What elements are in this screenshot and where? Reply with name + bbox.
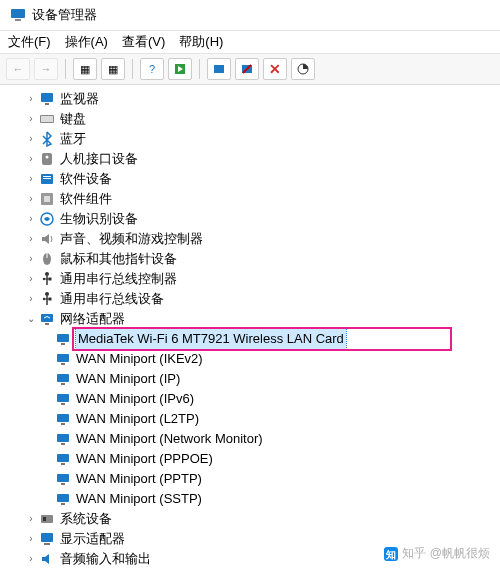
expand-toggle-icon[interactable]: › (24, 249, 38, 269)
disable-button[interactable] (235, 58, 259, 80)
svg-rect-1 (15, 19, 21, 21)
category-label: 系统设备 (60, 509, 112, 529)
svg-rect-40 (61, 403, 65, 405)
menu-help[interactable]: 帮助(H) (179, 33, 223, 51)
expand-toggle-icon[interactable]: › (24, 89, 38, 109)
uninstall-button[interactable]: ✕ (263, 58, 287, 80)
tree-device[interactable]: WAN Miniport (IP) (54, 369, 500, 389)
netadapter-icon (54, 491, 72, 507)
expand-toggle-icon[interactable]: › (24, 149, 38, 169)
tree-category[interactable]: ›生物识别设备 (6, 209, 500, 229)
expand-toggle-icon[interactable]: › (24, 129, 38, 149)
forward-button[interactable]: → (34, 58, 58, 80)
category-label: 鼠标和其他指针设备 (60, 249, 177, 269)
expand-toggle-icon[interactable]: › (24, 549, 38, 569)
tree-device[interactable]: MediaTek Wi-Fi 6 MT7921 Wireless LAN Car… (54, 329, 500, 349)
expand-toggle-icon[interactable]: ⌄ (24, 309, 38, 329)
tree-category[interactable]: ›通用串行总线设备 (6, 289, 500, 309)
expand-toggle-icon[interactable]: › (24, 509, 38, 529)
expand-toggle-icon[interactable]: › (24, 169, 38, 189)
expand-toggle-icon[interactable]: › (24, 229, 38, 249)
expand-toggle-icon[interactable]: › (24, 289, 38, 309)
update-button[interactable] (207, 58, 231, 80)
tree-device[interactable]: WAN Miniport (SSTP) (54, 489, 500, 509)
watermark-label: 知乎 (402, 545, 426, 562)
svg-rect-50 (61, 503, 65, 505)
svg-point-24 (43, 278, 45, 280)
mouse-icon (38, 251, 56, 267)
category-label: 显示适配器 (60, 529, 125, 549)
tree-device[interactable]: WAN Miniport (IKEv2) (54, 349, 500, 369)
expand-toggle-icon[interactable]: › (24, 529, 38, 549)
tree-device[interactable]: WAN Miniport (L2TP) (54, 409, 500, 429)
menubar: 文件(F) 操作(A) 查看(V) 帮助(H) (0, 31, 500, 53)
category-label: 通用串行总线设备 (60, 289, 164, 309)
expand-toggle-icon[interactable]: › (24, 209, 38, 229)
tree-category[interactable]: ›监视器 (6, 89, 500, 109)
svg-rect-7 (41, 93, 53, 102)
display-icon (38, 531, 56, 547)
tree-category[interactable]: ›鼠标和其他指针设备 (6, 249, 500, 269)
svg-rect-36 (61, 363, 65, 365)
expand-toggle-icon[interactable]: › (24, 109, 38, 129)
monitor-icon (38, 91, 56, 107)
category-label: 通用串行总线控制器 (60, 269, 177, 289)
tree-category[interactable]: ›软件设备 (6, 169, 500, 189)
tree-device[interactable]: WAN Miniport (IPv6) (54, 389, 500, 409)
svg-rect-4 (214, 65, 224, 73)
audio-icon (38, 551, 56, 567)
svg-rect-17 (44, 196, 50, 202)
svg-rect-52 (43, 517, 46, 521)
keyboard-icon (38, 111, 56, 127)
views-button[interactable]: ▦ (73, 58, 97, 80)
tree-category[interactable]: ›通用串行总线控制器 (6, 269, 500, 289)
tree-device[interactable]: WAN Miniport (PPPOE) (54, 449, 500, 469)
svg-rect-49 (57, 494, 69, 502)
netadapter-icon (54, 411, 72, 427)
svg-rect-14 (43, 176, 51, 177)
svg-rect-25 (49, 278, 52, 281)
tree-category[interactable]: ›声音、视频和游戏控制器 (6, 229, 500, 249)
device-tree[interactable]: ›监视器›键盘›蓝牙›人机接口设备›软件设备›软件组件›生物识别设备›声音、视频… (0, 85, 500, 570)
bluetooth-icon (38, 131, 56, 147)
category-label: 软件设备 (60, 169, 112, 189)
tree-category[interactable]: ›键盘 (6, 109, 500, 129)
expand-toggle-icon[interactable]: › (24, 269, 38, 289)
device-label: WAN Miniport (L2TP) (76, 409, 199, 429)
category-label: 人机接口设备 (60, 149, 138, 169)
menu-action[interactable]: 操作(A) (65, 33, 108, 51)
expand-toggle-icon[interactable]: › (24, 189, 38, 209)
device-label: WAN Miniport (IP) (76, 369, 180, 389)
device-label: WAN Miniport (PPPOE) (76, 449, 213, 469)
help-button[interactable]: ? (140, 58, 164, 80)
menu-view[interactable]: 查看(V) (122, 33, 165, 51)
separator (132, 59, 133, 79)
menu-file[interactable]: 文件(F) (8, 33, 51, 51)
titlebar: 设备管理器 (0, 0, 500, 31)
scan-button[interactable] (291, 58, 315, 80)
enable-button[interactable] (168, 58, 192, 80)
tree-category[interactable]: ⌄网络适配器 (6, 309, 500, 329)
svg-rect-54 (44, 543, 50, 545)
hid-icon (38, 151, 56, 167)
svg-rect-31 (41, 314, 53, 322)
svg-rect-53 (41, 533, 53, 542)
svg-rect-34 (61, 343, 65, 345)
props-button[interactable]: ▦ (101, 58, 125, 80)
svg-rect-30 (49, 298, 52, 301)
sound-icon (38, 231, 56, 247)
tree-category[interactable]: ›蓝牙 (6, 129, 500, 149)
svg-rect-15 (43, 178, 51, 179)
tree-category[interactable]: ›软件组件 (6, 189, 500, 209)
app-icon (10, 7, 26, 23)
tree-category[interactable]: ›人机接口设备 (6, 149, 500, 169)
svg-point-12 (46, 156, 49, 159)
system-icon (38, 511, 56, 527)
back-button[interactable]: ← (6, 58, 30, 80)
tree-category[interactable]: ›系统设备 (6, 509, 500, 529)
svg-rect-44 (61, 443, 65, 445)
netadapter-icon (54, 371, 72, 387)
device-label: WAN Miniport (SSTP) (76, 489, 202, 509)
tree-device[interactable]: WAN Miniport (Network Monitor) (54, 429, 500, 449)
tree-device[interactable]: WAN Miniport (PPTP) (54, 469, 500, 489)
